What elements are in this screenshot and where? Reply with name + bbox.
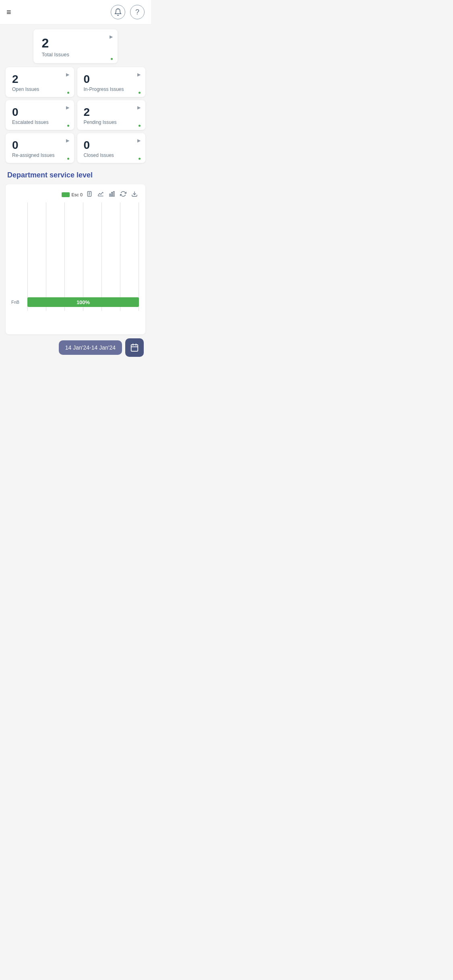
stat-label-4: Re-assigned Issues bbox=[12, 152, 68, 158]
stat-dot-1 bbox=[139, 92, 141, 94]
stat-value-1: 0 bbox=[84, 73, 139, 86]
fnb-bar: 100% bbox=[27, 297, 139, 307]
date-range-badge: 14 Jan'24-14 Jan'24 bbox=[59, 340, 122, 355]
legend-color-box bbox=[62, 192, 70, 197]
stat-value-4: 0 bbox=[12, 139, 68, 152]
stat-arrow-0: ▶ bbox=[66, 72, 69, 77]
svg-rect-7 bbox=[112, 192, 113, 196]
stat-dot-0 bbox=[67, 92, 69, 94]
main-content: ▶ 2 Total Issues ▶ 2 Open Issues ▶ 0 In-… bbox=[0, 25, 151, 389]
stat-card-closed-issues[interactable]: ▶ 0 Closed Issues bbox=[77, 133, 146, 163]
calendar-button[interactable] bbox=[125, 338, 144, 357]
stat-label-3: Pending Issues bbox=[84, 119, 139, 125]
stat-arrow-1: ▶ bbox=[137, 72, 141, 77]
fnb-label: FnB bbox=[11, 300, 19, 305]
help-icon-label: ? bbox=[135, 8, 139, 16]
stat-dot-2 bbox=[67, 125, 69, 127]
stat-value-5: 0 bbox=[84, 139, 139, 152]
total-issues-section: ▶ 2 Total Issues bbox=[6, 29, 145, 63]
chart-container: Esc 0 bbox=[6, 184, 145, 334]
toolbar-line-icon[interactable] bbox=[96, 190, 105, 199]
svg-rect-8 bbox=[113, 191, 114, 196]
stat-card-re-assigned-issues[interactable]: ▶ 0 Re-assigned Issues bbox=[6, 133, 74, 163]
stat-arrow-4: ▶ bbox=[66, 138, 69, 143]
total-issues-arrow: ▶ bbox=[110, 34, 113, 39]
header: ≡ ? bbox=[0, 0, 151, 25]
chart-grid-lines bbox=[27, 202, 139, 311]
notification-button[interactable] bbox=[111, 5, 125, 19]
stat-value-0: 2 bbox=[12, 73, 68, 86]
total-issues-card[interactable]: ▶ 2 Total Issues bbox=[33, 29, 117, 63]
stat-arrow-2: ▶ bbox=[66, 105, 69, 110]
toolbar-bar-icon[interactable] bbox=[108, 190, 116, 199]
total-issues-label: Total Issues bbox=[41, 51, 109, 58]
chart-legend: Esc 0 bbox=[62, 192, 83, 197]
section-title: Department service level bbox=[7, 171, 145, 179]
toolbar-download-icon[interactable] bbox=[130, 190, 139, 199]
stat-value-2: 0 bbox=[12, 106, 68, 119]
fnb-bar-row: FnB 100% bbox=[27, 297, 139, 307]
stat-dot-5 bbox=[139, 158, 141, 160]
stat-arrow-5: ▶ bbox=[137, 138, 141, 143]
stat-dot-3 bbox=[139, 125, 141, 127]
stat-arrow-3: ▶ bbox=[137, 105, 141, 110]
chart-toolbar: Esc 0 bbox=[9, 188, 142, 202]
header-right: ? bbox=[111, 5, 145, 19]
stats-grid: ▶ 2 Open Issues ▶ 0 In-Progress Issues ▶… bbox=[6, 67, 145, 163]
stat-card-in-progress-issues[interactable]: ▶ 0 In-Progress Issues bbox=[77, 67, 146, 97]
stat-label-0: Open Issues bbox=[12, 86, 68, 92]
svg-rect-10 bbox=[131, 345, 138, 352]
stat-value-3: 2 bbox=[84, 106, 139, 119]
stat-card-pending-issues[interactable]: ▶ 2 Pending Issues bbox=[77, 100, 146, 130]
svg-rect-6 bbox=[110, 194, 111, 196]
fnb-bar-value: 100% bbox=[77, 299, 90, 305]
help-button[interactable]: ? bbox=[130, 5, 145, 19]
total-issues-value: 2 bbox=[41, 36, 109, 51]
toolbar-refresh-icon[interactable] bbox=[119, 190, 128, 199]
stat-card-open-issues[interactable]: ▶ 2 Open Issues bbox=[6, 67, 74, 97]
chart-area: FnB 100% bbox=[27, 202, 139, 331]
stat-label-5: Closed Issues bbox=[84, 152, 139, 158]
bottom-bar: 14 Jan'24-14 Jan'24 bbox=[6, 338, 145, 357]
stat-card-escalated-issues[interactable]: ▶ 0 Escalated Issues bbox=[6, 100, 74, 130]
stat-label-2: Escalated Issues bbox=[12, 119, 68, 125]
header-left: ≡ bbox=[6, 8, 11, 17]
menu-button[interactable]: ≡ bbox=[6, 8, 11, 17]
toolbar-doc-icon[interactable] bbox=[85, 190, 94, 199]
legend-label: Esc 0 bbox=[71, 192, 83, 197]
total-issues-dot bbox=[111, 58, 113, 60]
stat-dot-4 bbox=[67, 158, 69, 160]
stat-label-1: In-Progress Issues bbox=[84, 86, 139, 92]
